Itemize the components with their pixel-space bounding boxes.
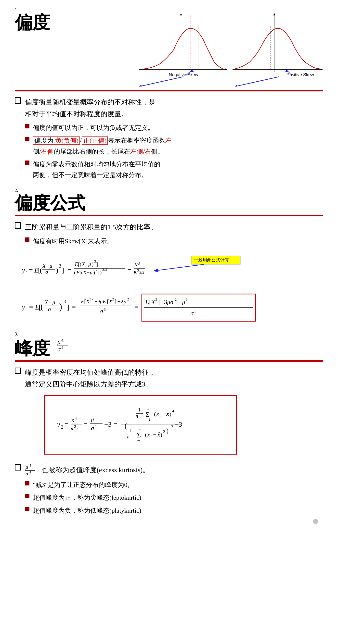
- svg-text:Σ: Σ: [137, 431, 141, 439]
- filled-square-3: [25, 160, 30, 165]
- svg-text:]: ]: [92, 298, 94, 305]
- svg-text:n: n: [136, 414, 138, 419]
- sub-bullet-1-2: 偏度为 负(负偏)/正(正偏)表示在概率密度函数左 侧/右侧的尾部比右侧的长，长…: [25, 135, 323, 157]
- svg-text:=: =: [114, 420, 118, 428]
- svg-marker-9: [321, 68, 323, 70]
- svg-text:3: 3: [155, 297, 157, 302]
- svg-marker-11: [273, 13, 275, 16]
- svg-text:σ: σ: [45, 269, 48, 275]
- sub-text-1-3: 偏度为零表示数值相对均匀地分布在平均值的两侧，但不一定意味着一定是对称分布。: [33, 159, 323, 180]
- section-3-divider: [15, 360, 323, 362]
- svg-text:(: (: [40, 266, 42, 274]
- svg-text:(: (: [41, 302, 44, 312]
- svg-text:−: −: [87, 269, 90, 276]
- svg-text:(: (: [81, 269, 83, 276]
- svg-text:σ: σ: [57, 346, 61, 353]
- svg-text:1: 1: [138, 407, 141, 412]
- svg-text:]: ]: [98, 269, 99, 276]
- svg-text:1: 1: [26, 308, 28, 312]
- square-icon-4: [15, 464, 21, 470]
- svg-text:−3: −3: [104, 420, 112, 428]
- page-container: 1. 偏度: [15, 7, 323, 524]
- sub-text-3-2: 超值峰度为正，称为尖峰态(leptokurtic): [33, 492, 323, 503]
- svg-text:μ: μ: [49, 263, 52, 269]
- svg-text:=: =: [29, 303, 33, 311]
- square-icon-2: [15, 222, 21, 229]
- section-1: 1. 偏度: [15, 7, 323, 180]
- svg-text:4: 4: [75, 416, 77, 420]
- svg-text:−: −: [178, 299, 181, 305]
- svg-text:μ: μ: [88, 261, 91, 267]
- bullet-3-2: μ 4 σ 4 也被称为超值峰度(excess kurtosis)。: [15, 463, 323, 477]
- svg-text:2: 2: [137, 268, 139, 273]
- svg-text:]: ]: [67, 303, 69, 311]
- sub-bullet-3-1: "减3"是为了让正态分布的峰度为0。: [25, 480, 323, 490]
- skew-diagram: Negative Skew Positive Skew: [137, 10, 323, 88]
- square-icon-3: [15, 368, 21, 374]
- filled-square-4: [25, 238, 30, 242]
- svg-text:2: 2: [74, 424, 76, 428]
- section-2-title: 偏度公式: [15, 194, 323, 213]
- svg-text:): ): [93, 269, 95, 276]
- svg-text:−: −: [153, 432, 156, 438]
- svg-text:3/2: 3/2: [102, 267, 107, 272]
- svg-text:X: X: [42, 263, 46, 269]
- svg-text:4: 4: [30, 470, 31, 474]
- svg-text:): ): [59, 302, 62, 312]
- boxed-positive: 正(正偏): [82, 136, 108, 144]
- svg-text:4: 4: [61, 346, 63, 350]
- svg-text:κ: κ: [71, 425, 74, 432]
- bullet-1-1-text: 偏度衡量随机变量概率分布的不对称性，是相对于平均值不对称程度的度量。: [25, 96, 323, 120]
- svg-text:κ: κ: [134, 261, 138, 268]
- sub-text-1-2: 偏度为 负(负偏)/正(正偏)表示在概率密度函数左 侧/右侧的尾部比右侧的长，长…: [33, 135, 323, 157]
- svg-text:3: 3: [64, 299, 66, 304]
- svg-text:3: 3: [194, 309, 196, 313]
- svg-text:i: i: [160, 414, 161, 418]
- section-2: 2. 偏度公式 三阶累积量与二阶累积量的1.5次方的比率。 偏度有时用Skew[…: [15, 188, 323, 324]
- section-1-title: 偏度: [15, 13, 50, 32]
- formula-svg-1: γ 1 = E [ ( X − μ σ ) 3 ] = E: [20, 254, 324, 284]
- svg-text:3: 3: [186, 297, 188, 302]
- kurtosis-formula-svg: γ 2 = κ 4 κ 2 2 = μ 4 σ 4 −3 =: [55, 400, 226, 449]
- section-2-divider: [15, 215, 323, 216]
- svg-text:σ: σ: [48, 306, 51, 313]
- svg-text:μ: μ: [52, 299, 55, 305]
- sub-text-3-3: 超值峰度为负，称为低峰态(platykurtic): [33, 505, 323, 516]
- sub-bullet-1-1: 偏度的值可以为正，可以为负或者无定义。: [25, 122, 323, 133]
- svg-text:3: 3: [94, 260, 96, 264]
- svg-text:]: ]: [62, 266, 64, 274]
- svg-text:=: =: [128, 266, 131, 274]
- svg-text:μE: μE: [100, 298, 106, 305]
- svg-line-66: [155, 264, 204, 271]
- svg-text:4: 4: [95, 415, 97, 420]
- kurtosis-formula-title: μ 4 σ 4: [55, 337, 75, 356]
- filled-square-1: [25, 124, 30, 128]
- svg-text:2: 2: [96, 268, 98, 272]
- svg-text:4: 4: [95, 424, 97, 428]
- svg-text:X: X: [151, 299, 156, 305]
- svg-text:一般用此公式计算: 一般用此公式计算: [194, 258, 229, 262]
- bullet-2-1-text: 三阶累积量与二阶累积量的1.5次方的比率。: [25, 221, 323, 233]
- svg-text:2: 2: [76, 427, 78, 431]
- svg-text:]: ]: [115, 298, 117, 305]
- boxed-negative: 偏度为 负(负偏): [33, 136, 80, 144]
- svg-text:(: (: [74, 269, 76, 276]
- svg-text:): ): [169, 411, 171, 417]
- svg-text:): ): [160, 432, 162, 438]
- skew-svg: Negative Skew Positive Skew: [137, 10, 323, 86]
- svg-text:1: 1: [26, 270, 28, 275]
- section-2-num: 2.: [15, 188, 323, 193]
- svg-text:4: 4: [30, 464, 31, 467]
- svg-text:): ): [92, 261, 94, 267]
- section-3-num: 3.: [15, 332, 323, 337]
- svg-text:σ: σ: [26, 470, 29, 477]
- sub-text-1-1: 偏度的值可以为正，可以为负或者无定义。: [33, 122, 323, 133]
- bullet-3-2-text: μ 4 σ 4 也被称为超值峰度(excess kurtosis)。: [25, 463, 323, 477]
- svg-text:): ): [100, 269, 102, 276]
- svg-text:x: x: [147, 432, 150, 438]
- sub-bullet-2-1: 偏度有时用Skew[X]来表示。: [25, 236, 323, 247]
- svg-text:X: X: [83, 269, 87, 276]
- svg-text:E: E: [81, 298, 84, 305]
- svg-text:1: 1: [130, 428, 132, 433]
- svg-text:E: E: [76, 269, 80, 276]
